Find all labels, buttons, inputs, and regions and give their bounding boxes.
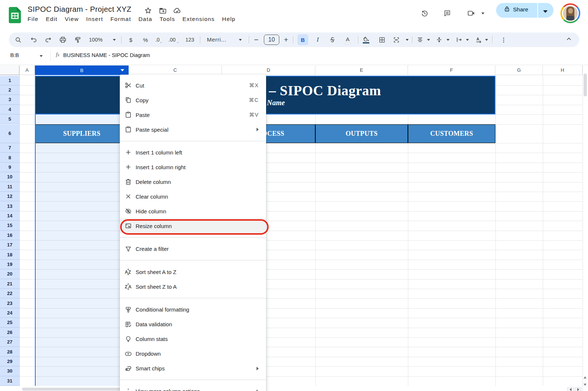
svg-text:Z: Z [125,284,128,289]
svg-text:A: A [125,270,128,275]
svg-text:A: A [477,37,480,41]
svg-text:Z: Z [128,270,131,275]
svg-text:A: A [128,284,132,289]
